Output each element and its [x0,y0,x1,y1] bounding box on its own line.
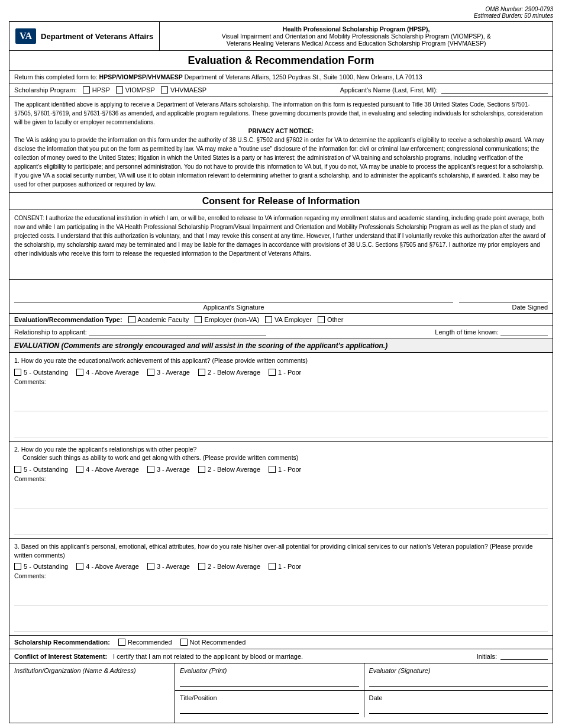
viompsp-checkbox[interactable] [116,86,123,94]
va-emblem: VA [15,28,36,44]
privacy-text2: The VA is asking you to provide the info… [14,136,548,189]
recommended-option[interactable]: Recommended [118,639,172,646]
institution-block: Institution/Organization (Name & Address… [9,663,175,723]
q1-average-label: 3 - Average [157,369,190,376]
hpsp-checkbox[interactable] [83,86,90,94]
q1-average-checkbox[interactable] [147,369,154,376]
recommended-checkbox[interactable] [118,639,125,646]
vhvmaesp-label: VHVMAESP [170,86,206,94]
q3-outstanding-checkbox[interactable] [14,563,21,570]
q1-above-avg[interactable]: 4 - Above Average [76,369,139,376]
date-label: Date [369,694,548,701]
privacy-section: The applicant identified above is applyi… [9,96,553,193]
academic-faculty-checkbox[interactable] [128,316,135,323]
relationship-field[interactable] [89,328,266,336]
q1-below-avg-checkbox[interactable] [198,369,205,376]
q2-subtext: Consider such things as ability to work … [14,454,298,461]
q3-above-avg-checkbox[interactable] [76,563,83,570]
conflict-row: Conflict of Interest Statement: I certif… [9,649,553,663]
q2-rating-row: 5 - Outstanding 4 - Above Average 3 - Av… [14,466,548,473]
date-line[interactable] [369,713,548,714]
other-checkbox[interactable] [318,316,325,323]
q1-poor-checkbox[interactable] [269,369,276,376]
q2-below-avg-label: 2 - Below Average [208,466,260,473]
recommendation-row: Scholarship Recommendation: Recommended … [9,636,553,649]
viompsp-option[interactable]: VIOMPSP [116,86,155,94]
title-date-row: Title/Position Date [175,691,553,717]
q2-outstanding[interactable]: 5 - Outstanding [14,466,68,473]
q1-above-avg-checkbox[interactable] [76,369,83,376]
hpsp-option[interactable]: HPSP [83,86,110,94]
q2-average-checkbox[interactable] [147,466,154,473]
initials-field[interactable] [500,652,548,660]
va-dept-name: Department of Veterans Affairs [41,32,153,41]
date-cell: Date [364,691,553,717]
relationship-label: Relationship to applicant: [14,328,87,336]
form-title: Evaluation & Recommendation Form [188,54,374,66]
not-recommended-option[interactable]: Not Recommended [180,639,246,646]
vhvmaesp-option[interactable]: VHVMAESP [161,86,206,94]
return-bold: HPSP/VIOMPSP/VHVMAESP [99,73,183,80]
q2-comments-field[interactable] [14,485,548,508]
q1-outstanding[interactable]: 5 - Outstanding [14,369,68,376]
q3-comments-row: Comments: [14,572,548,632]
q2-comments-field2[interactable] [14,511,548,534]
q2-outstanding-label: 5 - Outstanding [24,466,68,473]
evaluator-block: Evaluator (Print) Evaluator (Signature) … [175,663,553,723]
q1-poor[interactable]: 1 - Poor [269,369,301,376]
q2-above-avg[interactable]: 4 - Above Average [76,466,139,473]
q2-comments-label: Comments: [14,475,46,482]
omb-info: OMB Number: 2900-0793 Estimated Burden: … [9,6,553,19]
q3-comments-field2[interactable] [14,608,548,632]
evaluator-sig-line[interactable] [369,686,548,687]
va-employer-option[interactable]: VA Employer [265,316,312,323]
q2-poor[interactable]: 1 - Poor [269,466,301,473]
q1-outstanding-checkbox[interactable] [14,369,21,376]
q2-above-avg-checkbox[interactable] [76,466,83,473]
q1-below-avg[interactable]: 2 - Below Average [198,369,260,376]
applicant-sig-underline[interactable] [14,291,453,302]
q1-comments-field[interactable] [14,388,548,411]
q3-below-avg[interactable]: 2 - Below Average [198,563,260,570]
va-employer-checkbox[interactable] [265,316,272,323]
evaluator-print-line[interactable] [180,686,359,687]
q3-comments-field[interactable] [14,582,548,605]
q1-average[interactable]: 3 - Average [147,369,190,376]
q3-average[interactable]: 3 - Average [147,563,190,570]
employer-non-va-checkbox[interactable] [195,316,202,323]
q3-poor-checkbox[interactable] [269,563,276,570]
employer-non-va-label: Employer (non-VA) [204,316,259,323]
other-option[interactable]: Other [318,316,344,323]
q3-poor-label: 1 - Poor [278,563,301,570]
vhvmaesp-checkbox[interactable] [161,86,168,94]
q1-above-avg-label: 4 - Above Average [86,369,139,376]
q2-outstanding-checkbox[interactable] [14,466,21,473]
header-row: VA Department of Veterans Affairs Health… [9,21,553,51]
q3-average-checkbox[interactable] [147,563,154,570]
q2-text: How do you rate the applicant's relation… [21,446,197,453]
q1-comments-field2[interactable] [14,414,548,437]
q1-comments-label: Comments: [14,378,46,385]
q3-above-avg[interactable]: 4 - Above Average [76,563,139,570]
q1-number: 1. [14,357,20,364]
q2-below-avg[interactable]: 2 - Below Average [198,466,260,473]
title-cell: Title/Position [175,691,364,717]
q3-rating-row: 5 - Outstanding 4 - Above Average 3 - Av… [14,563,548,570]
not-recommended-checkbox[interactable] [180,639,188,646]
q3-text: Based on this applicant's personal, emot… [14,543,533,559]
academic-faculty-option[interactable]: Academic Faculty [128,316,189,323]
q3-above-avg-label: 4 - Above Average [86,563,139,570]
q2-poor-checkbox[interactable] [269,466,276,473]
q3-below-avg-checkbox[interactable] [198,563,205,570]
evaluator-sig-cell: Evaluator (Signature) [364,663,553,690]
employer-non-va-option[interactable]: Employer (non-VA) [195,316,259,323]
q2-below-avg-checkbox[interactable] [198,466,205,473]
q3-outstanding[interactable]: 5 - Outstanding [14,563,68,570]
title-line[interactable] [180,713,359,714]
q3-poor[interactable]: 1 - Poor [269,563,301,570]
q2-average[interactable]: 3 - Average [147,466,190,473]
q2-poor-label: 1 - Poor [278,466,301,473]
date-signed-underline[interactable] [459,291,548,302]
applicant-name-field[interactable] [441,86,548,94]
length-field[interactable] [500,328,548,336]
